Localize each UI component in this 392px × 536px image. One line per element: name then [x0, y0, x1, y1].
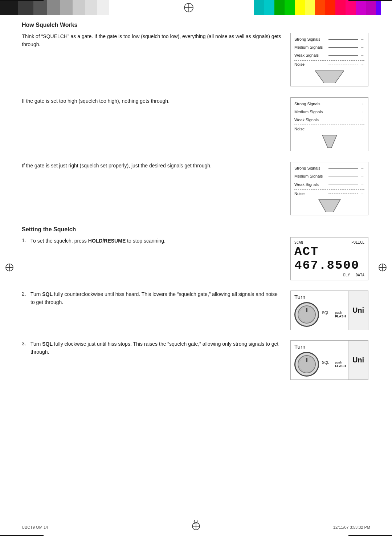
step1-img: SCAN POLICE ACT 467.8500 DLY DATA	[290, 237, 370, 280]
signal-row-noise-3: Noise →	[294, 190, 364, 197]
strong-arrow-3: →	[360, 165, 364, 172]
svg-marker-9	[315, 70, 344, 83]
svg-point-13	[299, 357, 314, 371]
color-green-2	[285, 0, 295, 15]
uni-text-1: Uni	[352, 306, 364, 314]
reg-mark-left	[5, 263, 14, 273]
color-block-6	[73, 0, 85, 15]
step3-text: Turn SQL fully clockwise just until hiss…	[30, 340, 290, 356]
weak-label-2: Weak Signals	[294, 117, 327, 123]
step3-row: 3. Turn SQL fully clockwise just until h…	[22, 340, 370, 380]
signal-row-weak-3: Weak Signals →	[294, 181, 364, 188]
color-yellow-1	[295, 0, 305, 15]
color-red-2	[346, 0, 356, 15]
step1-text: To set the squelch, press HOLD/RESUME to…	[30, 237, 290, 245]
step2-text-post: fully counterclockwise until hiss heard.…	[30, 291, 278, 305]
step2-img: Turn	[290, 291, 370, 330]
gate-icon-3	[294, 199, 364, 212]
color-magenta-2	[366, 0, 376, 15]
color-red-1	[335, 0, 346, 15]
flash-label-2: FLASH	[335, 364, 346, 368]
medium-arrow-2: →	[360, 109, 364, 115]
gate-icon-2	[294, 135, 364, 148]
medium-line	[328, 47, 358, 48]
knob-circle-2	[294, 352, 319, 377]
section2-title: Setting the Squelch	[22, 226, 370, 233]
section1-title: How Squelch Works	[22, 22, 370, 28]
separator-2	[294, 125, 364, 125]
weak-label: Weak Signals	[294, 52, 327, 59]
paragraph2: If the gate is set too high (squelch too…	[22, 97, 283, 105]
weak-arrow-3: →	[360, 181, 364, 188]
svg-marker-10	[322, 135, 337, 148]
step1-bold: HOLD/RESUME	[88, 238, 126, 244]
gate-svg-2	[315, 135, 344, 148]
knob-box-1: Turn	[290, 291, 368, 330]
text-col-1: Think of “SQUELCH” as a gate. If the gat…	[22, 33, 290, 51]
knob-ticks-2	[298, 356, 315, 373]
dly-label: DLY	[343, 273, 350, 277]
weak-line-2	[328, 120, 358, 120]
color-yellow-2	[305, 0, 315, 15]
signal-row-strong-3: Strong Signals →	[294, 165, 364, 172]
noise-label-3: Noise	[294, 191, 327, 197]
footer-left: UBCT9 OM 14	[22, 525, 48, 529]
medium-label-2: Medium Signals	[294, 109, 327, 115]
strong-label-3: Strong Signals	[294, 165, 327, 172]
weak-arrow: →	[360, 52, 364, 59]
section1: How Squelch Works Think of “SQUELCH” as …	[22, 22, 370, 215]
sql-label-2: SQL	[322, 361, 329, 368]
color-green-1	[274, 0, 285, 15]
medium-label-3: Medium Signals	[294, 173, 327, 180]
paragraph3: If the gate is set just right (squelch s…	[22, 162, 283, 170]
strong-arrow: →	[360, 36, 364, 43]
reg-mark-top	[184, 3, 194, 13]
medium-arrow: →	[360, 44, 364, 51]
text-col-2: If the gate is set too high (squelch too…	[22, 97, 290, 108]
top-bar	[0, 0, 392, 15]
strong-line-2	[328, 104, 358, 104]
color-block-8	[97, 0, 109, 15]
signal-row-medium: Medium Signals →	[294, 44, 364, 51]
uni-box-1: Uni	[348, 291, 368, 330]
knob-labels-1: SQL push FLASH	[322, 311, 346, 318]
strong-label-2: Strong Signals	[294, 101, 327, 107]
color-violet-1	[376, 0, 381, 15]
noise-line-3	[328, 194, 358, 194]
signal-row-noise: Noise →	[294, 61, 364, 68]
color-cyan-2	[264, 0, 274, 15]
push-flash-group-1: push FLASH	[335, 311, 346, 318]
color-block-3	[33, 0, 47, 15]
top-bar-right	[254, 0, 392, 15]
separator-3	[294, 189, 364, 190]
weak-label-3: Weak Signals	[294, 182, 327, 188]
scanner-top-labels: SCAN POLICE	[294, 240, 364, 244]
knob-ticks-1	[298, 306, 315, 323]
uni-box-2: Uni	[348, 341, 368, 379]
diagram-row-3: If the gate is set just right (squelch s…	[22, 162, 370, 216]
color-red-orange-2	[325, 0, 335, 15]
noise-arrow: →	[360, 61, 364, 68]
section2: Setting the Squelch 1. To set the squelc…	[22, 226, 370, 380]
push-label-1: push	[335, 311, 346, 314]
knob-circle-1	[294, 302, 319, 327]
step1-row: 1. To set the squelch, press HOLD/RESUME…	[22, 237, 370, 280]
step2-text-pre: Turn	[30, 291, 42, 297]
color-red-orange-1	[315, 0, 325, 15]
weak-line	[328, 55, 358, 56]
color-magenta-1	[356, 0, 366, 15]
medium-label: Medium Signals	[294, 44, 327, 51]
signal-row-weak-2: Weak Signals →	[294, 117, 364, 123]
knob-labels-2: SQL push FLASH	[322, 361, 346, 368]
signal-diagram-2: Strong Signals → Medium Signals → Weak S…	[290, 97, 368, 151]
top-bar-left	[0, 0, 123, 15]
signal-row-weak: Weak Signals →	[294, 52, 364, 59]
medium-line-2	[328, 112, 358, 112]
img-col-2: Strong Signals → Medium Signals → Weak S…	[290, 97, 370, 151]
signal-row-strong-2: Strong Signals →	[294, 101, 364, 107]
weak-arrow-2: →	[360, 117, 364, 123]
noise-arrow-3: →	[360, 190, 364, 197]
step1-text-post: to stop scanning.	[126, 238, 166, 244]
step3-img: Turn SQL	[290, 340, 370, 380]
color-block-1	[0, 0, 18, 15]
